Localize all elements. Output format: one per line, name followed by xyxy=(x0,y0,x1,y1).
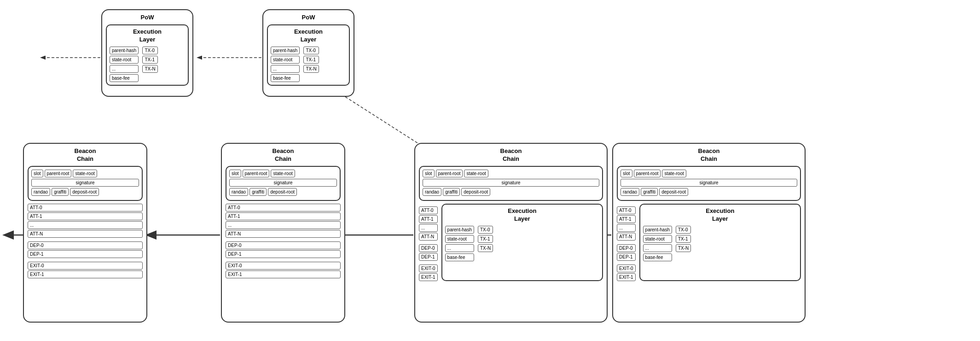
beacon-header-2: slot parent-root state-root signature ra… xyxy=(226,166,341,201)
beacon-block-4: BeaconChain slot parent-root state-root … xyxy=(612,143,806,323)
randao-2: randao xyxy=(229,188,248,196)
att0-4: ATT-0 xyxy=(617,206,636,214)
attn-1: ATT-N xyxy=(28,230,143,238)
pow-block-1: PoW ExecutionLayer parent-hash state-roo… xyxy=(101,9,193,97)
signature-1: signature xyxy=(31,179,139,187)
dep1-3: DEP-1 xyxy=(419,253,438,261)
field-base-fee-2: base-fee xyxy=(271,74,300,82)
exec-layer-embedded-3: ExecutionLayer parent-hash state-root ..… xyxy=(441,204,603,281)
exit0-1: EXIT-0 xyxy=(28,262,143,270)
tx-col-1: TX-0 TX-1 TX-N xyxy=(142,47,157,82)
beacon-row1-3: slot parent-root state-root xyxy=(423,170,599,177)
randao-4: randao xyxy=(620,188,639,196)
graffiti-2: graffiti xyxy=(249,188,267,196)
beacon-row2-3: signature xyxy=(423,179,599,187)
tx1-2: TX-1 xyxy=(303,56,319,64)
dep0-2: DEP-0 xyxy=(226,241,341,249)
field-parent-hash-3: parent-hash xyxy=(445,226,474,234)
beacon-row3-3: randao graffiti deposit-root xyxy=(423,188,599,196)
exec-title-3: ExecutionLayer xyxy=(445,207,599,223)
attn-3: ATT-N xyxy=(419,233,438,241)
exit0-4: EXIT-0 xyxy=(617,265,636,272)
beacon-row3-2: randao graffiti deposit-root xyxy=(229,188,337,196)
signature-2: signature xyxy=(229,179,337,187)
beacon-header-3: slot parent-root state-root signature ra… xyxy=(419,166,603,201)
dep0-3: DEP-0 xyxy=(419,244,438,252)
txn-2: TX-N xyxy=(303,65,319,73)
signature-4: signature xyxy=(620,179,797,187)
exit0-3: EXIT-0 xyxy=(419,265,438,272)
field-base-fee-3: base-fee xyxy=(445,253,474,261)
field-ellipsis-3: ... xyxy=(445,244,474,252)
field-state-root-2: state-root xyxy=(271,56,300,64)
att-ell-4: ... xyxy=(617,224,636,232)
field-base-fee-1: base-fee xyxy=(110,74,139,82)
beacon-row3-4: randao graffiti deposit-root xyxy=(620,188,797,196)
pow-block-2: PoW ExecutionLayer parent-hash state-roo… xyxy=(262,9,354,97)
field-base-fee-4: base-fee xyxy=(643,253,672,261)
beacon-block-3: BeaconChain slot parent-root state-root … xyxy=(414,143,608,323)
slot-1: slot xyxy=(31,170,43,177)
field-ellipsis-4: ... xyxy=(643,244,672,252)
beacon-row2-4: signature xyxy=(620,179,797,187)
tx1-4: TX-1 xyxy=(676,235,691,243)
beacon-row2-2: signature xyxy=(229,179,337,187)
tx0-3: TX-0 xyxy=(478,226,493,234)
att1-1: ATT-1 xyxy=(28,212,143,220)
exec-title-2: ExecutionLayer xyxy=(271,28,346,44)
beacon-header-1: slot parent-root state-root signature ra… xyxy=(28,166,143,201)
field-ellipsis-1: ... xyxy=(110,65,139,73)
deposit-root-4: deposit-root xyxy=(659,188,688,196)
tx-col-3: TX-0 TX-1 TX-N xyxy=(478,226,493,261)
state-root-1: state-root xyxy=(73,170,97,177)
att1-4: ATT-1 xyxy=(617,215,636,223)
attestations-4: ATT-0 ATT-1 ... ATT-N DEP-0 DEP-1 EXIT-0… xyxy=(617,206,636,281)
exit0-2: EXIT-0 xyxy=(226,262,341,270)
tx-col-2: TX-0 TX-1 TX-N xyxy=(303,47,319,82)
tx-col-4: TX-0 TX-1 TX-N xyxy=(676,226,691,261)
exit1-3: EXIT-1 xyxy=(419,273,438,281)
att-ell-2: ... xyxy=(226,221,341,229)
state-root-2: state-root xyxy=(271,170,295,177)
tx0-4: TX-0 xyxy=(676,226,691,234)
attn-4: ATT-N xyxy=(617,233,636,241)
attestations-3: ATT-0 ATT-1 ... ATT-N DEP-0 DEP-1 EXIT-0… xyxy=(419,206,438,281)
state-root-3: state-root xyxy=(464,170,488,177)
beacon-title-3: BeaconChain xyxy=(419,147,603,163)
attestations-1: ATT-0 ATT-1 ... ATT-N DEP-0 DEP-1 EXIT-0… xyxy=(28,204,143,278)
exit1-2: EXIT-1 xyxy=(226,270,341,278)
parent-root-1: parent-root xyxy=(45,170,72,177)
beacon-title-2: BeaconChain xyxy=(226,147,341,163)
slot-2: slot xyxy=(229,170,241,177)
state-root-4: state-root xyxy=(662,170,686,177)
dep1-2: DEP-1 xyxy=(226,250,341,258)
txn-4: TX-N xyxy=(676,244,691,252)
beacon-row1-2: slot parent-root state-root xyxy=(229,170,337,177)
exec-title-1: ExecutionLayer xyxy=(110,28,185,44)
att0-2: ATT-0 xyxy=(226,204,341,212)
beacon-title-4: BeaconChain xyxy=(617,147,801,163)
beacon-block-1: BeaconChain slot parent-root state-root … xyxy=(23,143,147,323)
att0-3: ATT-0 xyxy=(419,206,438,214)
att-ell-1: ... xyxy=(28,221,143,229)
slot-3: slot xyxy=(423,170,435,177)
slot-4: slot xyxy=(620,170,632,177)
graffiti-3: graffiti xyxy=(443,188,460,196)
dep1-4: DEP-1 xyxy=(617,253,636,261)
randao-3: randao xyxy=(423,188,441,196)
parent-root-3: parent-root xyxy=(436,170,463,177)
tx0-2: TX-0 xyxy=(303,47,319,54)
pow-title-1: PoW xyxy=(106,14,189,22)
deposit-root-3: deposit-root xyxy=(461,188,490,196)
field-state-root-1: state-root xyxy=(110,56,139,64)
parent-root-2: parent-root xyxy=(243,170,270,177)
txn-3: TX-N xyxy=(478,244,493,252)
exec-title-4: ExecutionLayer xyxy=(643,207,797,223)
att0-1: ATT-0 xyxy=(28,204,143,212)
beacon-row2-1: signature xyxy=(31,179,139,187)
randao-1: randao xyxy=(31,188,50,196)
exit1-1: EXIT-1 xyxy=(28,270,143,278)
field-state-root-4: state-root xyxy=(643,235,672,243)
attn-2: ATT-N xyxy=(226,230,341,238)
beacon-title-1: BeaconChain xyxy=(28,147,143,163)
